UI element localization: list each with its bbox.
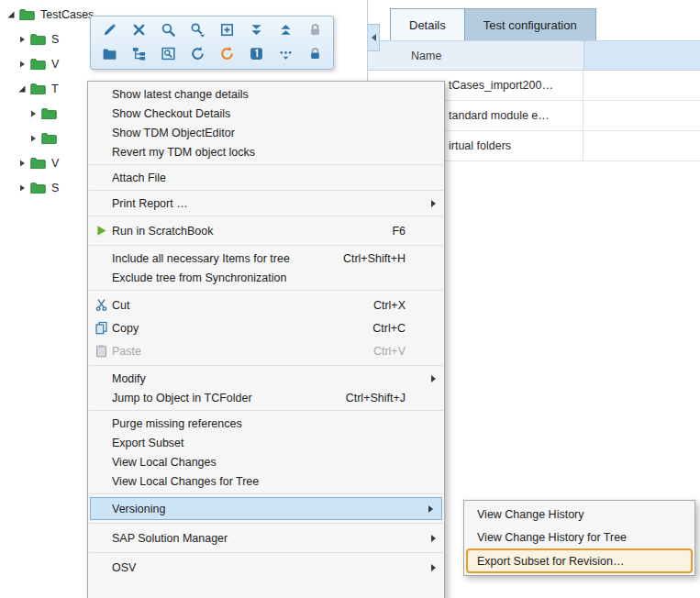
folder-icon: [41, 132, 57, 145]
new-folder-button[interactable]: [97, 44, 121, 65]
menu-item-jump-to-object-in-tcfolder[interactable]: Jump to Object in TCFolderCtrl+Shift+J: [88, 388, 444, 407]
toolbar-row-1: [97, 20, 327, 41]
submenu-item-export-subset-for-revision[interactable]: Export Subset for Revision…: [466, 548, 693, 573]
menu-item-label: Cut: [112, 299, 129, 312]
collapsed-arrow-icon[interactable]: [17, 34, 27, 44]
menu-shortcut: Ctrl+Shift+J: [328, 392, 420, 404]
name-column-header[interactable]: Name: [368, 41, 583, 70]
submenu-arrow-icon: [431, 375, 436, 382]
menu-item-export-subset[interactable]: Export Subset: [88, 433, 444, 452]
menu-item-sap-solution-manager[interactable]: SAP Solution Manager: [88, 526, 444, 549]
collapsed-arrow-icon[interactable]: [28, 108, 38, 118]
menu-separator: [89, 164, 443, 165]
tree-item-label: V: [50, 58, 59, 71]
submenu-item-label: View Change History for Tree: [477, 531, 627, 544]
menu-item-paste: PasteCtrl+V: [88, 339, 444, 362]
submenu-item-view-change-history[interactable]: View Change History: [466, 503, 693, 526]
menu-separator: [89, 552, 443, 553]
menu-item-label: Revert my TDM object locks: [112, 146, 255, 159]
unlock-button[interactable]: [303, 44, 327, 65]
expanded-arrow-icon[interactable]: [17, 83, 27, 94]
empty-cell: [583, 101, 700, 130]
search-options-button[interactable]: [185, 20, 209, 41]
empty-cell: [583, 131, 700, 161]
tree-item-label: S: [50, 33, 59, 46]
menu-item-show-checkout-details[interactable]: Show Checkout Details: [88, 104, 444, 123]
collapse-all-button[interactable]: [273, 20, 297, 41]
menu-item-view-local-changes-for-tree[interactable]: View Local Changes for Tree: [88, 471, 444, 491]
delete-button[interactable]: [127, 20, 150, 41]
tab-label: Details: [409, 18, 446, 32]
folder-icon: [41, 107, 57, 120]
sync-button[interactable]: [215, 44, 239, 65]
tree-view-button[interactable]: [127, 44, 150, 65]
tab-details[interactable]: Details: [390, 8, 465, 40]
menu-item-show-latest-change-details[interactable]: Show latest change details: [88, 84, 444, 104]
submenu-arrow-icon: [431, 564, 436, 571]
collapsed-arrow-icon[interactable]: [17, 183, 27, 193]
menu-item-label: Run in ScratchBook: [112, 225, 213, 238]
delete-icon: [131, 22, 147, 40]
menu-item-label: View Local Changes for Tree: [112, 475, 259, 488]
menu-separator: [89, 216, 443, 216]
submenu-arrow-icon: [428, 505, 433, 513]
menu-item-revert-my-tdm-object-locks[interactable]: Revert my TDM object locks: [88, 142, 444, 161]
submenu-item-view-change-history-for-tree[interactable]: View Change History for Tree: [466, 526, 693, 548]
menu-item-include-all-necessary-items-for-tree[interactable]: Include all necessary Items for treeCtrl…: [88, 249, 444, 268]
search-button[interactable]: [156, 20, 180, 41]
menu-item-label: Attach File: [112, 172, 166, 184]
menu-item-label: Show TDM ObjectEditor: [112, 127, 235, 139]
menu-item-run-in-scratchbook[interactable]: Run in ScratchBookF6: [88, 219, 444, 242]
app-window: TestCasesSVTVS DetailsTest configuration…: [0, 0, 700, 598]
tree-item-label: S: [50, 182, 59, 194]
refresh-button[interactable]: [185, 44, 209, 65]
menu-item-show-tdm-objecteditor[interactable]: Show TDM ObjectEditor: [88, 123, 444, 142]
menu-item-modify[interactable]: Modify: [88, 369, 444, 388]
collapsed-arrow-icon[interactable]: [17, 158, 27, 168]
menu-item-copy[interactable]: CopyCtrl+C: [88, 316, 444, 339]
menu-item-label: Export Subset: [112, 437, 184, 449]
collapsed-arrow-icon[interactable]: [17, 59, 27, 69]
menu-item-osv[interactable]: OSV: [88, 556, 444, 579]
expand-all-button[interactable]: [244, 20, 268, 41]
menu-shortcut: F6: [373, 225, 420, 238]
search-icon: [161, 22, 176, 40]
folder-icon: [30, 58, 46, 71]
expand-all-icon: [249, 22, 264, 40]
menu-separator: [89, 190, 443, 191]
edit-button[interactable]: [97, 20, 121, 41]
menu-item-cut[interactable]: CutCtrl+X: [88, 293, 444, 316]
tree-view-icon: [131, 46, 147, 64]
unlock-icon: [307, 46, 323, 64]
preview-button[interactable]: [156, 44, 180, 65]
menu-item-label: Jump to Object in TCFolder: [112, 392, 252, 404]
one-badge-icon: [249, 46, 264, 64]
collapsed-arrow-icon[interactable]: [28, 133, 38, 143]
menu-separator: [89, 493, 443, 494]
one-badge-button[interactable]: [244, 44, 268, 65]
toolbar-row-2: [97, 44, 327, 65]
menu-item-versioning[interactable]: Versioning: [90, 497, 442, 520]
lock-button[interactable]: [303, 20, 327, 41]
menu-item-view-local-changes[interactable]: View Local Changes: [88, 452, 444, 471]
more-options-button[interactable]: [273, 44, 297, 65]
submenu-arrow-icon: [431, 535, 436, 542]
menu-item-exclude-tree-from-synchronization[interactable]: Exclude tree from Synchronization: [88, 268, 444, 287]
menu-item-print-report[interactable]: Print Report …: [88, 194, 444, 213]
add-item-button[interactable]: [215, 20, 239, 41]
new-folder-icon: [102, 46, 117, 64]
menu-item-label: SAP Solution Manager: [112, 532, 228, 545]
collapse-panel-button[interactable]: [368, 24, 380, 51]
folder-icon: [19, 8, 35, 21]
versioning-submenu: View Change HistoryView Change History f…: [463, 500, 695, 576]
tab-test-configuration[interactable]: Test configuration: [465, 8, 596, 40]
menu-shortcut: Ctrl+V: [355, 345, 420, 358]
folder-icon: [30, 157, 46, 170]
menu-item-attach-file[interactable]: Attach File: [88, 168, 444, 187]
expanded-arrow-icon[interactable]: [6, 9, 16, 19]
menu-item-purge-missing-references[interactable]: Purge missing references: [88, 414, 444, 433]
tab-bar: DetailsTest configuration: [390, 8, 596, 40]
tab-label: Test configuration: [483, 18, 577, 32]
add-item-icon: [219, 22, 235, 40]
tree-item-label: T: [50, 83, 59, 95]
